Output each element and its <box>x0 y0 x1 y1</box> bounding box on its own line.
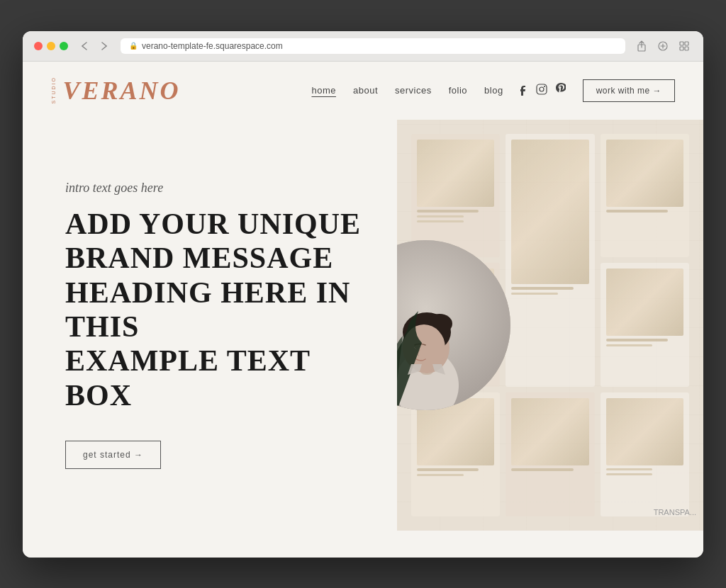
card-line <box>511 287 573 290</box>
browser-nav-buttons <box>77 38 112 54</box>
maximize-dot[interactable] <box>60 42 68 50</box>
design-card-3 <box>601 134 689 258</box>
card-line <box>417 468 479 471</box>
svg-point-8 <box>544 86 545 87</box>
get-started-button[interactable]: get started → <box>65 441 161 469</box>
forward-button[interactable] <box>96 38 112 54</box>
card-line-sm <box>417 215 464 217</box>
card-line-sm2 <box>417 220 464 222</box>
card-line-sm <box>417 474 464 476</box>
nav-link-about[interactable]: about <box>353 85 378 96</box>
card-line <box>417 210 479 213</box>
nav-link-services[interactable]: services <box>395 85 432 96</box>
card-line-sm <box>511 293 558 295</box>
social-icons <box>520 83 566 98</box>
logo-main-text[interactable]: VERANO <box>62 76 180 106</box>
card-line-sm2 <box>606 473 653 475</box>
svg-rect-4 <box>680 47 683 50</box>
watermark-text: TRANSPA... <box>654 508 696 516</box>
share-button[interactable] <box>634 38 649 54</box>
hero-heading-line3: HEADING HERE IN THIS <box>65 276 350 343</box>
hero-heading: ADD YOUR UNIQUE BRAND MESSAGE HEADING HE… <box>65 207 362 412</box>
card-line <box>606 210 668 213</box>
card-line <box>511 468 573 471</box>
hero-heading-line4: EXAMPLE TEXT BOX <box>65 344 310 411</box>
tab-overview-button[interactable] <box>676 38 692 54</box>
hero-intro-text: intro text goes here <box>65 181 362 196</box>
site-header: STUDIO VERANO home about services folio … <box>23 62 703 120</box>
design-card-1 <box>411 134 500 258</box>
close-dot[interactable] <box>34 42 43 50</box>
work-with-me-button[interactable]: work with me → <box>583 79 675 102</box>
svg-rect-2 <box>680 42 683 45</box>
lock-icon: 🔒 <box>129 42 138 50</box>
instagram-icon[interactable] <box>536 84 547 98</box>
address-bar[interactable]: 🔒 verano-template-fe.squarespace.com <box>121 38 625 54</box>
svg-rect-3 <box>685 42 688 45</box>
hero-heading-line2: BRAND MESSAGE <box>65 242 333 274</box>
svg-rect-5 <box>685 47 688 50</box>
site-nav: home about services folio blog work <box>311 79 675 102</box>
design-card-6 <box>411 392 500 516</box>
design-card-2 <box>506 134 594 387</box>
card-line-sm <box>606 468 653 470</box>
design-card-8 <box>601 392 689 516</box>
website-content: STUDIO VERANO home about services folio … <box>23 62 703 558</box>
pinterest-icon[interactable] <box>556 83 566 98</box>
new-tab-button[interactable] <box>655 38 671 54</box>
hero-section: intro text goes here ADD YOUR UNIQUE BRA… <box>23 120 703 531</box>
design-card-7 <box>506 392 594 516</box>
url-text: verano-template-fe.squarespace.com <box>142 41 283 51</box>
card-line <box>606 339 668 341</box>
card-line-sm <box>606 344 653 346</box>
design-card-5 <box>601 263 689 387</box>
logo-area: STUDIO VERANO <box>51 76 180 106</box>
nav-link-blog[interactable]: blog <box>484 85 503 96</box>
facebook-icon[interactable] <box>520 83 527 98</box>
browser-action-buttons <box>634 38 692 54</box>
window-controls <box>34 42 68 50</box>
hero-heading-line1: ADD YOUR UNIQUE <box>65 208 361 240</box>
svg-rect-6 <box>537 84 547 94</box>
hero-right-panel: TRANSPA... <box>397 120 703 531</box>
nav-link-home[interactable]: home <box>311 85 336 96</box>
minimize-dot[interactable] <box>47 42 55 50</box>
hero-left-panel: intro text goes here ADD YOUR UNIQUE BRA… <box>23 120 397 531</box>
logo-side-text: STUDIO <box>51 77 57 103</box>
nav-link-folio[interactable]: folio <box>449 85 467 96</box>
back-button[interactable] <box>77 38 92 54</box>
browser-window: 🔒 verano-template-fe.squarespace.com STU… <box>23 31 703 558</box>
browser-toolbar: 🔒 verano-template-fe.squarespace.com <box>23 31 703 62</box>
svg-point-7 <box>540 87 544 91</box>
